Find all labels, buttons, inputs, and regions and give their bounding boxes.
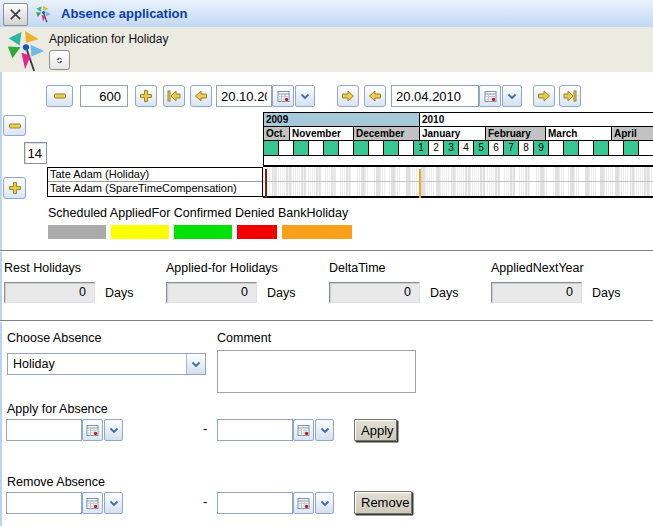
summary-field-unit: Days (105, 286, 133, 300)
refresh-button[interactable] (49, 50, 70, 70)
resource-row-label: Tate Adam (Holiday) (48, 168, 262, 182)
timeline-week-cell: 4 (459, 141, 474, 156)
timeline-week-cell (309, 141, 324, 156)
legend-swatch-scheduled (48, 225, 106, 239)
next-to-date-button[interactable] (533, 85, 555, 107)
timeline-year-cell: 2009 (264, 113, 420, 127)
next-from-date-button[interactable] (337, 85, 359, 107)
timeline-week-cell (399, 141, 414, 156)
go-last-button[interactable] (559, 85, 581, 107)
prev-to-date-button[interactable] (364, 85, 386, 107)
calendar-button[interactable] (82, 492, 103, 514)
dropdown-button[interactable] (104, 492, 123, 514)
remove-absence-label: Remove Absence (7, 475, 105, 489)
calendar-icon (484, 90, 497, 103)
timeline-week-cell: 5 (474, 141, 489, 156)
timeline-month-row: Oct.NovemberDecemberJanuaryFebruaryMarch… (264, 127, 653, 141)
remove-to-date-picker-input[interactable] (217, 492, 293, 514)
today-marker (265, 169, 267, 198)
timeline-month-cell: March (546, 127, 612, 141)
summary-field-value: 0 (491, 282, 582, 303)
combobox-dropdown-button[interactable] (186, 354, 205, 374)
calendar-icon (277, 90, 290, 103)
bank-holiday-marker (419, 169, 421, 198)
timeline-month-cell: January (420, 127, 486, 141)
date-range-dash: - (203, 494, 207, 509)
chevron-down-icon (300, 93, 310, 100)
calendar-icon (297, 424, 310, 437)
chevron-down-icon (507, 93, 517, 100)
summary-field-value: 0 (4, 282, 95, 303)
dropdown-button[interactable] (104, 419, 123, 441)
choose-absence-label: Choose Absence (7, 331, 102, 345)
row-height-increase-button[interactable] (3, 177, 26, 199)
scale-input[interactable] (80, 85, 128, 107)
arrow-left-icon (368, 89, 382, 103)
timeline-week-cell (609, 141, 624, 156)
timeline-week-cell (639, 141, 653, 156)
absence-type-combobox[interactable]: Holiday (7, 353, 206, 375)
timeline-week-cell (264, 141, 279, 156)
to-date-input[interactable] (391, 85, 479, 107)
window-left-border (0, 27, 2, 526)
zoom-in-button[interactable] (135, 85, 157, 107)
summary-field-unit: Days (430, 286, 458, 300)
summary-field-label: AppliedNextYear (491, 261, 584, 275)
absence-grid[interactable] (263, 165, 653, 198)
timeline-week-cell (369, 141, 384, 156)
comment-textarea[interactable] (217, 350, 416, 393)
calendar-button[interactable] (293, 419, 314, 441)
legend-swatch-appliedfor (111, 225, 169, 239)
remove-from-date-picker-input[interactable] (6, 492, 82, 514)
calendar-button[interactable] (293, 492, 314, 514)
row-height-input[interactable] (24, 142, 47, 164)
calendar-icon (86, 424, 99, 437)
timeline-week-row: 123456789 (264, 141, 653, 156)
close-icon (9, 8, 22, 21)
from-date-calendar-button[interactable] (272, 85, 294, 107)
separator (0, 250, 653, 252)
calendar-button[interactable] (82, 419, 103, 441)
apply-to-date-picker-input[interactable] (217, 419, 293, 441)
close-button[interactable] (3, 3, 28, 26)
apply-for-absence-label: Apply for Absence (7, 402, 108, 416)
row-height-decrease-button[interactable] (3, 115, 26, 136)
apply-button[interactable]: Apply (354, 419, 397, 441)
timeline-header: 20092010 Oct.NovemberDecemberJanuaryFebr… (263, 112, 653, 156)
timeline-year-row: 20092010 (264, 113, 653, 127)
prev-from-date-button[interactable] (190, 85, 212, 107)
dropdown-button[interactable] (315, 419, 334, 441)
timeline-month-cell: December (354, 127, 420, 141)
absence-grid-row[interactable] (263, 182, 653, 196)
to-date-dropdown-button[interactable] (502, 85, 522, 107)
remove-button[interactable]: Remove (354, 491, 412, 514)
zoom-out-button[interactable] (46, 85, 73, 107)
from-date-dropdown-button[interactable] (295, 85, 315, 107)
summary-field-label: Applied-for Holidays (166, 261, 278, 275)
arrow-right-icon (537, 89, 551, 103)
absence-grid-row[interactable] (263, 167, 653, 181)
dropdown-button[interactable] (315, 492, 334, 514)
timeline-week-cell (594, 141, 609, 156)
apply-from-date-picker (6, 419, 123, 441)
timeline-week-cell (579, 141, 594, 156)
timeline-week-cell (339, 141, 354, 156)
header-panel: Application for Holiday (0, 27, 653, 72)
arrow-left-icon (194, 89, 208, 103)
summary-field-label: Rest Holidays (4, 261, 81, 275)
separator (0, 320, 653, 322)
legend-swatch-bankholiday (282, 225, 352, 239)
date-range-dash: - (203, 421, 207, 436)
remove-from-date-picker (6, 492, 123, 514)
timeline-connector-line (263, 141, 264, 166)
go-first-button[interactable] (163, 85, 185, 107)
legend-caption: Scheduled AppliedFor Confirmed Denied Ba… (48, 206, 348, 220)
apply-from-date-picker-input[interactable] (6, 419, 82, 441)
to-date-calendar-button[interactable] (479, 85, 501, 107)
page-title: Application for Holiday (49, 32, 168, 46)
pinwheel-icon (6, 29, 46, 73)
from-date-input[interactable] (216, 85, 272, 107)
timeline-week-cell (624, 141, 639, 156)
apply-to-date-picker (217, 419, 334, 441)
timeline-year-cell: 2010 (420, 113, 653, 127)
